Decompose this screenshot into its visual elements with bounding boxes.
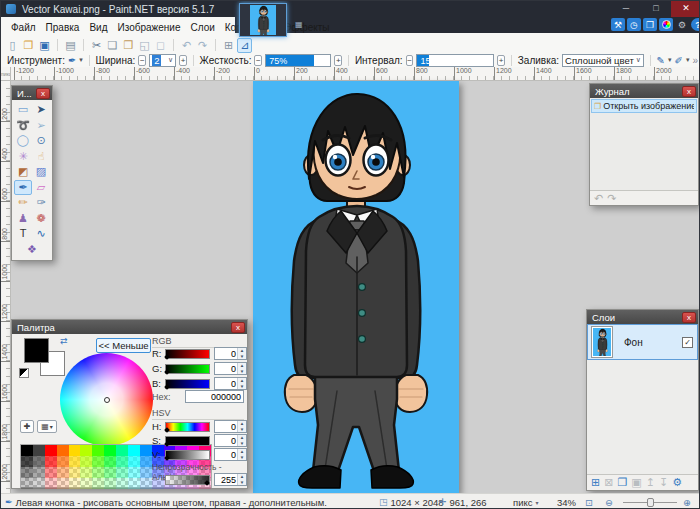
palette-swatch[interactable]	[140, 456, 152, 467]
ruler-icon[interactable]: ⊿	[237, 38, 252, 53]
tool-lasso-select[interactable]: ➰	[14, 118, 32, 134]
copy-icon[interactable]: ❏	[105, 38, 120, 53]
unit-selector[interactable]: пикс ▾	[513, 497, 538, 508]
fit-to-window-icon[interactable]: ⊡	[585, 497, 593, 508]
tool-move-selected-pixels[interactable]: ➤	[32, 102, 50, 118]
zoom-out-icon[interactable]: ⊖	[605, 497, 613, 508]
value-spinner[interactable]: 0▲▼	[214, 448, 247, 461]
palette-swatch[interactable]	[140, 445, 152, 456]
layers-close-icon[interactable]: x	[682, 312, 696, 323]
canvas[interactable]	[253, 81, 459, 493]
red-spinner-arrows[interactable]: ▲▼	[237, 348, 246, 359]
primary-color-swatch[interactable]	[24, 338, 49, 363]
value-spinner-arrows[interactable]: ▲▼	[237, 449, 246, 460]
palette-swatch[interactable]	[57, 445, 69, 456]
palette-swatch[interactable]	[116, 456, 128, 467]
redo-icon[interactable]: ↷	[195, 38, 210, 53]
tool-paintbrush[interactable]: ✒	[14, 180, 32, 196]
merge-layer-down-icon[interactable]: ▣	[631, 476, 641, 489]
hardness-slider[interactable]: 75%	[265, 54, 331, 67]
titlebar[interactable]: Vector Kawai.png - Paint.NET версия 5.1.…	[1, 1, 700, 17]
help-icon[interactable]: ?	[691, 18, 700, 31]
menu-item[interactable]: Слои	[185, 20, 219, 35]
delete-layer-icon[interactable]: ⊠	[604, 476, 613, 489]
saturation-spinner-arrows[interactable]: ▲▼	[237, 435, 246, 446]
layers-window-titlebar[interactable]: Слои x	[587, 310, 698, 324]
tool-clone-stamp[interactable]: ♟	[14, 211, 32, 227]
palette-swatch[interactable]	[57, 478, 69, 489]
palette-swatch[interactable]	[116, 467, 128, 478]
toolbar-overflow-icon[interactable]: »	[692, 55, 700, 66]
redo-history-icon[interactable]: ↷	[607, 192, 616, 205]
tool-text[interactable]: T	[14, 226, 32, 242]
history-item[interactable]: ❐ Открыть изображение	[591, 99, 697, 113]
zoom-in-icon[interactable]: ⊕	[683, 497, 691, 508]
hex-input[interactable]: 000000	[185, 390, 244, 403]
tool-dropdown-icon[interactable]: ▾	[79, 56, 83, 64]
menu-item[interactable]: Вид	[84, 20, 112, 35]
palette-swatch[interactable]	[80, 456, 92, 467]
tool-eraser[interactable]: ▱	[32, 180, 50, 196]
colors-panel-icon[interactable]	[659, 18, 673, 31]
crop-icon[interactable]: ◱	[137, 38, 152, 53]
palette-swatch[interactable]	[80, 478, 92, 489]
palette-swatch[interactable]	[104, 478, 116, 489]
tool-pencil[interactable]: ✏	[14, 195, 32, 211]
saturation-spinner[interactable]: 0▲▼	[214, 434, 247, 447]
add-layer-icon[interactable]: ⊞	[591, 476, 600, 489]
history-close-icon[interactable]: x	[682, 86, 696, 97]
palette-swatch[interactable]	[128, 478, 140, 489]
current-tool-brush-icon[interactable]: ✒	[68, 55, 76, 66]
less-button[interactable]: << Меньше	[96, 338, 151, 353]
palette-swatch[interactable]	[45, 456, 57, 467]
palette-swatch[interactable]	[33, 467, 45, 478]
antialias-icon[interactable]: ✐	[675, 55, 683, 66]
tool-line-curve[interactable]: ∿	[32, 226, 50, 242]
new-file-icon[interactable]: ▯	[5, 38, 20, 53]
close-button[interactable]: ✕	[671, 1, 700, 17]
tool-ellipse-select[interactable]: ◯	[14, 133, 32, 149]
palette-swatch[interactable]	[80, 467, 92, 478]
alpha-spinner[interactable]: 255▲▼	[214, 473, 247, 486]
red-slider[interactable]	[165, 349, 210, 359]
width-decrease-button[interactable]: −	[138, 55, 146, 66]
palette-close-icon[interactable]: x	[231, 322, 245, 333]
palette-swatch[interactable]	[21, 445, 33, 456]
palette-swatch[interactable]	[92, 445, 104, 456]
swap-colors-icon[interactable]: ⇄	[60, 336, 68, 346]
palette-swatch[interactable]	[33, 456, 45, 467]
width-combo[interactable]: 2 ∨	[149, 54, 176, 67]
green-spinner-arrows[interactable]: ▲▼	[237, 363, 246, 374]
palette-swatch[interactable]	[128, 445, 140, 456]
image-list-icon[interactable]: ▦	[295, 20, 303, 29]
hue-spinner-arrows[interactable]: ▲▼	[237, 421, 246, 432]
spacing-increase-button[interactable]: +	[497, 55, 505, 66]
blue-spinner[interactable]: 0▲▼	[214, 377, 247, 390]
blue-slider[interactable]	[165, 379, 210, 389]
layer-visible-checkbox[interactable]: ✓	[682, 337, 693, 348]
hardness-increase-button[interactable]: +	[334, 55, 342, 66]
layer-row[interactable]: Фон ✓	[587, 324, 698, 360]
palette-swatch[interactable]	[69, 467, 81, 478]
settings-icon[interactable]: ⚙	[675, 18, 689, 31]
layer-properties-icon[interactable]: ⚙	[672, 476, 682, 489]
palette-window-titlebar[interactable]: Палитра x	[12, 320, 247, 334]
width-increase-button[interactable]: +	[179, 55, 187, 66]
palette-swatch[interactable]	[116, 478, 128, 489]
palette-swatch[interactable]	[45, 478, 57, 489]
paste-icon[interactable]: ❒	[121, 38, 136, 53]
palette-swatch[interactable]	[140, 467, 152, 478]
hue-slider[interactable]	[165, 422, 210, 432]
palette-swatch[interactable]	[45, 445, 57, 456]
move-layer-down-icon[interactable]: ↧	[659, 476, 668, 489]
palette-swatch[interactable]	[104, 456, 116, 467]
add-color-button[interactable]: ✚	[20, 420, 34, 433]
value-slider[interactable]	[165, 450, 210, 460]
green-slider[interactable]	[165, 364, 210, 374]
palette-swatch[interactable]	[104, 445, 116, 456]
palette-swatch[interactable]	[69, 478, 81, 489]
grid-icon[interactable]: ⊞	[221, 38, 236, 53]
tool-magic-wand[interactable]: ✳	[14, 149, 32, 165]
tool-shapes[interactable]: ❖	[14, 242, 50, 258]
palette-swatch[interactable]	[92, 467, 104, 478]
